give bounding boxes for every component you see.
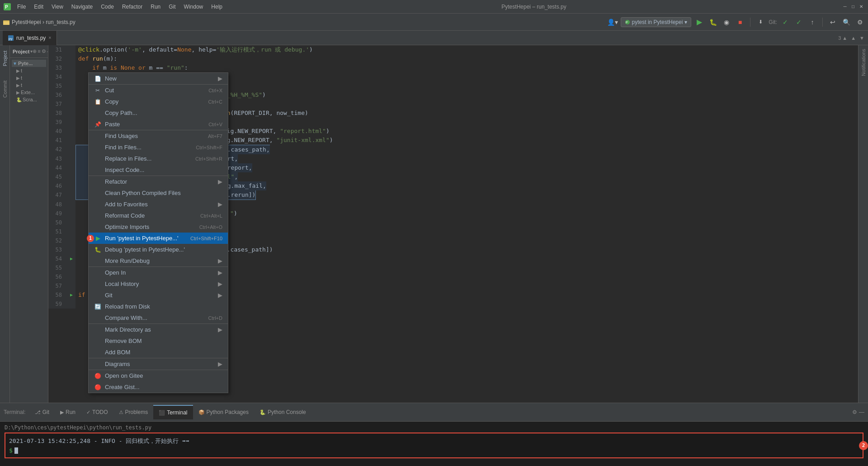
- context-menu: 📄 New ▶ ✂ Cut Ctrl+X 📋 Copy Ctrl+C: [88, 72, 228, 393]
- ctx-local-history[interactable]: Local History ▶: [89, 278, 228, 290]
- coverage-button[interactable]: ◉: [721, 17, 732, 28]
- tree-item-3[interactable]: ▶ t: [15, 81, 46, 89]
- ctx-find-usages[interactable]: Find Usages Alt+F7: [89, 130, 228, 142]
- git-push-button[interactable]: ↑: [807, 17, 818, 28]
- menu-view[interactable]: View: [48, 3, 67, 11]
- ctx-copy[interactable]: 📋 Copy Ctrl+C: [89, 96, 228, 107]
- ctx-reload-disk[interactable]: 🔄 Reload from Disk: [89, 301, 228, 312]
- menu-git[interactable]: Git: [165, 3, 179, 11]
- ctx-debug-pytest[interactable]: 🐛 Debug 'pytest in PytestHepe...': [89, 244, 228, 255]
- tree-item-1[interactable]: ▶ t: [15, 67, 46, 74]
- gutter-40: [67, 127, 75, 136]
- terminal-prompt: $: [9, 447, 13, 454]
- git-check2-button[interactable]: ✓: [793, 17, 804, 28]
- ctx-run-pytest[interactable]: 1 ▶ Run 'pytest in PytestHepe...' Ctrl+S…: [89, 233, 228, 244]
- ctx-new[interactable]: 📄 New ▶: [89, 73, 228, 84]
- tree-item-2[interactable]: ▶ t: [15, 74, 46, 81]
- ctx-add-bom[interactable]: Add BOM: [89, 347, 228, 358]
- run-button[interactable]: ▶: [694, 17, 705, 28]
- ctx-mark-dir[interactable]: Mark Directory as ▶: [89, 324, 228, 335]
- bottom-tab-terminal[interactable]: ⬛ Terminal: [153, 405, 193, 419]
- close-button[interactable]: ✕: [858, 4, 864, 10]
- terminal-path-line: D:\Python\ces\pytestHepei\python\run_tes…: [5, 424, 863, 431]
- ctx-clean-python[interactable]: Clean Python Compiled Files: [89, 187, 228, 199]
- menu-window[interactable]: Window: [180, 3, 207, 11]
- gutter-34: [67, 72, 75, 81]
- project-icon1[interactable]: ⊕: [33, 48, 37, 54]
- git-check-button[interactable]: ✓: [780, 17, 791, 28]
- terminal-minimize-icon[interactable]: —: [859, 409, 864, 415]
- bottom-tab-python-console[interactable]: 🐍 Python Console: [254, 405, 311, 419]
- ctx-cut[interactable]: ✂ Cut Ctrl+X: [89, 85, 228, 96]
- ctx-create-gist[interactable]: 🔴 Create Gist...: [89, 381, 228, 393]
- debug-button[interactable]: 🐛: [708, 17, 718, 28]
- ctx-inspect[interactable]: Inspect Code...: [89, 164, 228, 176]
- menu-refactor[interactable]: Refactor: [118, 3, 146, 11]
- gutter-33: [67, 63, 75, 72]
- settings-button[interactable]: ⚙: [854, 17, 865, 28]
- bottom-tab-todo[interactable]: ✓ TODO: [81, 405, 113, 419]
- project-tree-panel: Project ▾ ⊕ ≡ ⚙ — ▼ Pyte... ▶ t: [10, 45, 48, 403]
- menu-bar: File Edit View Navigate Code Refactor Ru…: [14, 3, 226, 11]
- tab-close-button[interactable]: ×: [48, 35, 51, 40]
- run-config-dropdown[interactable]: P pytest in PytestHepei ▾: [621, 17, 692, 27]
- stop-button[interactable]: ■: [735, 17, 745, 28]
- ctx-reformat[interactable]: Reformat Code Ctrl+Alt+L: [89, 210, 228, 221]
- terminal-content[interactable]: D:\Python\ces\pytestHepei\python\run_tes…: [0, 422, 868, 466]
- tree-item-ext[interactable]: ▶ Exte...: [15, 89, 46, 96]
- folder-icon: [3, 19, 10, 26]
- ctx-diagrams[interactable]: Diagrams ▶: [89, 358, 228, 370]
- menu-edit[interactable]: Edit: [30, 3, 47, 11]
- undo-button[interactable]: ↩: [827, 17, 838, 28]
- ctx-remove-bom[interactable]: Remove BOM: [89, 335, 228, 347]
- ctx-replace-files[interactable]: Replace in Files... Ctrl+Shift+R: [89, 153, 228, 164]
- ctx-find-files[interactable]: Find in Files... Ctrl+Shift+F: [89, 142, 228, 153]
- project-icon2[interactable]: ≡: [38, 48, 40, 54]
- terminal-controls: ⚙ —: [852, 409, 864, 415]
- tab-run-tests[interactable]: py run_tests.py ×: [3, 31, 57, 45]
- bottom-tab-run[interactable]: ▶ Run: [55, 405, 81, 419]
- ctx-open-gitee[interactable]: 🔴 Open on Gitee: [89, 370, 228, 381]
- menu-file[interactable]: File: [14, 3, 29, 11]
- maximize-button[interactable]: □: [850, 4, 856, 10]
- svg-rect-3: [3, 21, 9, 25]
- problems-tab-icon: ⚠: [119, 409, 123, 415]
- bottom-tab-python-packages[interactable]: 📦 Python Packages: [193, 405, 254, 419]
- packages-tab-icon: 📦: [198, 409, 205, 415]
- gutter-38: [67, 109, 75, 118]
- menu-help[interactable]: Help: [208, 3, 226, 11]
- title-bar: P File Edit View Navigate Code Refactor …: [0, 0, 868, 14]
- ctx-compare[interactable]: Compare With... Ctrl+D: [89, 312, 228, 323]
- ctx-more-run[interactable]: More Run/Debug ▶: [89, 255, 228, 266]
- gutter-32: [67, 54, 75, 63]
- debug-icon: 🐛: [94, 247, 101, 253]
- profile-button[interactable]: 👤▾: [607, 17, 618, 28]
- notifications-tab[interactable]: Notifications: [860, 47, 867, 78]
- code-line-33: 33 if m is None or m == "run":: [48, 63, 858, 72]
- project-tab[interactable]: Project: [1, 49, 9, 68]
- minimize-button[interactable]: ─: [842, 4, 848, 10]
- ctx-copy-path[interactable]: Copy Path...: [89, 107, 228, 119]
- separator: [750, 18, 750, 27]
- search-button[interactable]: 🔍: [841, 17, 852, 28]
- git-update-button[interactable]: ⬇: [755, 17, 766, 28]
- project-tree-root[interactable]: ▼ Pyte...: [12, 60, 46, 67]
- menu-navigate[interactable]: Navigate: [68, 3, 96, 11]
- commit-tab[interactable]: Commit: [1, 79, 9, 100]
- tree-item-scr[interactable]: 🐍 Scra...: [15, 96, 46, 103]
- ctx-git[interactable]: Git ▶: [89, 290, 228, 301]
- ctx-open-in[interactable]: Open In ▶: [89, 267, 228, 278]
- ctx-add-favorites[interactable]: Add to Favorites ▶: [89, 199, 228, 210]
- menu-run[interactable]: Run: [147, 3, 164, 11]
- menu-code[interactable]: Code: [97, 3, 118, 11]
- gutter-43: [67, 154, 75, 163]
- ctx-paste[interactable]: 📌 Paste Ctrl+V: [89, 119, 228, 130]
- bottom-tab-git[interactable]: ⎇ Git: [29, 405, 55, 419]
- terminal-settings-icon[interactable]: ⚙: [852, 409, 857, 415]
- bottom-tab-problems[interactable]: ⚠ Problems: [113, 405, 154, 419]
- git-label: Git:: [769, 19, 777, 25]
- ctx-optimize[interactable]: Optimize Imports Ctrl+Alt+O: [89, 221, 228, 233]
- project-icon3[interactable]: ⚙: [42, 48, 46, 54]
- project-tree-content: ▼ Pyte... ▶ t ▶ t ▶ t: [10, 58, 48, 105]
- ctx-refactor[interactable]: Refactor ▶: [89, 176, 228, 187]
